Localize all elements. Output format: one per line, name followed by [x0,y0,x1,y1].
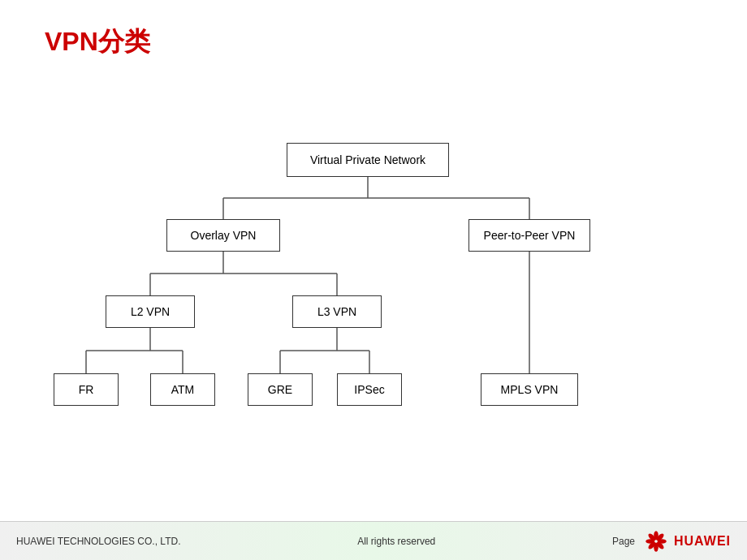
node-l3: L3 VPN [292,295,382,328]
huawei-flower-icon [643,528,669,554]
huawei-logo: HUAWEI [643,528,731,554]
node-overlay: Overlay VPN [166,219,280,252]
node-ipsec: IPSec [337,373,402,406]
footer-rights: All rights reserved [357,536,435,547]
node-gre: GRE [248,373,313,406]
node-mpls: MPLS VPN [481,373,578,406]
node-fr: FR [54,373,119,406]
footer: HUAWEI TECHNOLOGIES CO., LTD. All rights… [0,521,747,560]
node-l2: L2 VPN [106,295,195,328]
node-atm: ATM [150,373,215,406]
page-title: VPN分类 [45,24,150,60]
footer-page: Page [612,536,635,547]
node-root: Virtual Private Network [287,143,449,177]
diagram: Virtual Private Network Overlay VPN Peer… [0,97,747,495]
footer-company: HUAWEI TECHNOLOGIES CO., LTD. [16,536,180,547]
footer-right: Page HUAWEI [612,528,731,554]
huawei-brand-text: HUAWEI [674,534,731,549]
node-peer: Peer-to-Peer VPN [468,219,590,252]
